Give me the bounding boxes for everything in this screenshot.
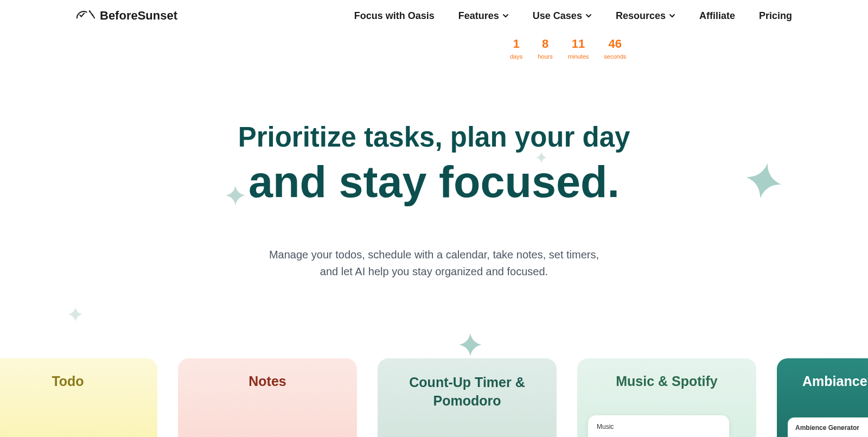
chevron-down-icon bbox=[669, 10, 675, 22]
nav-use-cases[interactable]: Use Cases bbox=[533, 10, 592, 22]
nav-label: Pricing bbox=[759, 10, 792, 22]
logo-icon bbox=[76, 8, 95, 24]
hero-subtitle: Manage your todos, schedule with a calen… bbox=[260, 246, 608, 280]
countdown-hours: 8 hours bbox=[538, 37, 553, 60]
countdown-label: seconds bbox=[604, 53, 626, 60]
hero-line1: Prioritize tasks, plan your day bbox=[238, 122, 630, 153]
feature-cards: Todo Notes Count-Up Timer & Pomodoro Mus… bbox=[0, 358, 868, 437]
brand-name: BeforeSunset bbox=[100, 9, 177, 23]
countdown-label: minutes bbox=[568, 53, 589, 60]
sparkle-icon bbox=[536, 152, 547, 163]
nav-label: Use Cases bbox=[533, 10, 582, 22]
card-title: Count-Up Timer & Pomodoro bbox=[409, 375, 525, 408]
sparkle-icon bbox=[746, 163, 782, 199]
card-timer[interactable]: Count-Up Timer & Pomodoro bbox=[378, 358, 557, 437]
music-widget: Music bbox=[588, 415, 729, 437]
countdown-value: 8 bbox=[542, 37, 548, 51]
nav-features[interactable]: Features bbox=[458, 10, 509, 22]
ambience-widget-label: Ambience Generator bbox=[795, 424, 859, 432]
nav-label: Affiliate bbox=[699, 10, 735, 22]
navbar: BeforeSunset Focus with Oasis Features U… bbox=[0, 0, 868, 24]
card-todo[interactable]: Todo bbox=[0, 358, 157, 437]
sparkle-icon bbox=[226, 186, 245, 205]
card-title: Ambiance G bbox=[802, 373, 868, 389]
chevron-down-icon bbox=[502, 10, 509, 22]
countdown-value: 1 bbox=[513, 37, 520, 51]
countdown-days: 1 days bbox=[510, 37, 522, 60]
countdown-label: hours bbox=[538, 53, 553, 60]
nav-label: Focus with Oasis bbox=[354, 10, 435, 22]
card-ambiance[interactable]: Ambiance G Ambience Generator bbox=[777, 358, 868, 437]
countdown-timer: 1 days 8 hours 11 minutes 46 seconds bbox=[510, 37, 626, 60]
brand-logo[interactable]: BeforeSunset bbox=[76, 8, 177, 24]
music-widget-label: Music bbox=[597, 423, 614, 430]
chevron-down-icon bbox=[585, 10, 592, 22]
nav-pricing[interactable]: Pricing bbox=[759, 10, 792, 22]
hero-line2: and stay focused. bbox=[0, 157, 868, 207]
nav-resources[interactable]: Resources bbox=[616, 10, 675, 22]
ambience-widget: Ambience Generator bbox=[788, 417, 868, 437]
nav-label: Resources bbox=[616, 10, 666, 22]
countdown-minutes: 11 minutes bbox=[568, 37, 589, 60]
card-title: Music & Spotify bbox=[616, 373, 718, 389]
nav-focus-oasis[interactable]: Focus with Oasis bbox=[354, 10, 435, 22]
countdown-value: 46 bbox=[609, 37, 622, 51]
hero-section: Prioritize tasks, plan your day and stay… bbox=[0, 122, 868, 280]
countdown-label: days bbox=[510, 53, 522, 60]
sparkle-icon bbox=[459, 333, 482, 356]
nav-label: Features bbox=[458, 10, 499, 22]
nav-items: Focus with Oasis Features Use Cases Reso… bbox=[354, 10, 792, 22]
card-music[interactable]: Music & Spotify Music bbox=[577, 358, 756, 437]
sparkle-icon bbox=[68, 307, 82, 321]
card-notes[interactable]: Notes bbox=[178, 358, 357, 437]
hero-heading: Prioritize tasks, plan your day and stay… bbox=[0, 122, 868, 207]
countdown-seconds: 46 seconds bbox=[604, 37, 626, 60]
card-title: Todo bbox=[52, 373, 84, 389]
nav-affiliate[interactable]: Affiliate bbox=[699, 10, 735, 22]
countdown-value: 11 bbox=[572, 37, 585, 51]
card-title: Notes bbox=[248, 373, 286, 389]
